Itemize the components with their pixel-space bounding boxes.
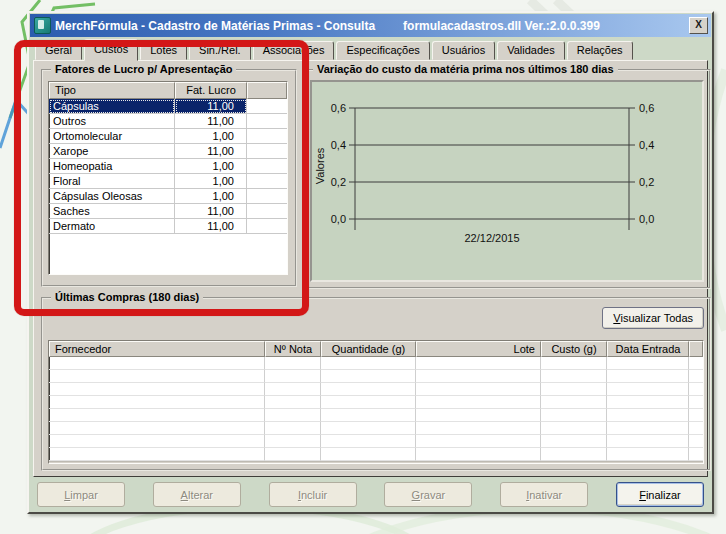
table-row[interactable]: Dermato 11,00 [49, 219, 287, 234]
cell-empty [689, 396, 703, 409]
cell-empty [607, 383, 689, 396]
cell-stub [247, 174, 287, 189]
column-header-stub [689, 341, 703, 357]
cell-empty [265, 435, 321, 448]
title-bar[interactable]: MerchFórmula - Cadastro de Matérias Prim… [30, 14, 711, 37]
ytick-label: 0,4 [639, 139, 654, 151]
purchases-grid-header: Fornecedor Nº Nota Quantidade (g) Lote C… [49, 341, 703, 357]
column-header-quantidade: Quantidade (g) [321, 341, 416, 357]
cell-fator: 11,00 [175, 114, 247, 129]
tab-lotes[interactable]: Lotes [140, 41, 187, 60]
cell-stub [247, 114, 287, 129]
table-row[interactable]: Saches 11,00 [49, 204, 287, 219]
tab-strip: Geral Custos Lotes Sin./Rel. Associações… [35, 41, 706, 60]
cell-empty [541, 435, 607, 448]
tab-relacoes[interactable]: Relações [567, 41, 633, 60]
table-row[interactable]: Floral 1,00 [49, 174, 287, 189]
ytick-label: 0,4 [331, 139, 346, 151]
cell-empty [49, 409, 265, 422]
table-row[interactable] [49, 409, 703, 422]
cell-tipo: Homeopatia [49, 159, 175, 174]
table-row[interactable]: Ortomolecular 1,00 [49, 129, 287, 144]
cell-tipo: Floral [49, 174, 175, 189]
tab-page-custos: Fatores de Lucro p/ Apresentação Tipo Fa… [33, 60, 708, 477]
cell-empty [49, 448, 265, 461]
cell-stub [247, 99, 287, 114]
cell-stub [247, 144, 287, 159]
cell-tipo: Saches [49, 204, 175, 219]
limpar-button: Limpar [37, 482, 125, 507]
cell-empty [416, 396, 541, 409]
incluir-button: Incluir [269, 482, 357, 507]
cell-tipo: Dermato [49, 219, 175, 234]
cell-empty [607, 396, 689, 409]
cell-empty [321, 435, 416, 448]
cell-empty [416, 357, 541, 370]
cell-empty [321, 370, 416, 383]
cell-empty [265, 409, 321, 422]
groupbox-compras-title: Últimas Compras (180 dias) [51, 291, 203, 303]
cell-empty [607, 448, 689, 461]
table-row[interactable]: Cápsulas 11,00 [49, 99, 287, 114]
finalizar-button[interactable]: Finalizar [616, 482, 704, 507]
table-row[interactable]: Homeopatia 1,00 [49, 159, 287, 174]
cell-empty [689, 370, 703, 383]
cell-empty [416, 383, 541, 396]
cell-empty [49, 357, 265, 370]
cell-stub [247, 129, 287, 144]
table-row[interactable]: Outros 11,00 [49, 114, 287, 129]
alterar-button: Alterar [153, 482, 241, 507]
cell-empty [265, 357, 321, 370]
tab-usuarios[interactable]: Usuários [432, 41, 495, 60]
action-bar: Limpar Alterar Incluir Gravar Inativar F… [30, 478, 711, 511]
tab-especificacoes[interactable]: Especificações [336, 41, 429, 60]
cell-stub [247, 159, 287, 174]
cell-empty [607, 409, 689, 422]
tab-custos[interactable]: Custos [84, 39, 138, 61]
table-row[interactable] [49, 357, 703, 370]
purchases-grid: Fornecedor Nº Nota Quantidade (g) Lote C… [48, 340, 704, 464]
visualizar-todas-button[interactable]: Visualizar Todas [602, 307, 704, 329]
table-row[interactable]: Cápsulas Oleosas 1,00 [49, 189, 287, 204]
purchases-grid-body [49, 357, 703, 461]
inativar-button: Inativar [500, 482, 588, 507]
cell-empty [607, 435, 689, 448]
cell-tipo: Outros [49, 114, 175, 129]
tab-validades[interactable]: Validades [497, 41, 565, 60]
table-row[interactable] [49, 448, 703, 461]
x-axis-label: 22/12/2015 [464, 232, 519, 244]
cell-empty [607, 370, 689, 383]
cell-empty [265, 448, 321, 461]
cell-empty [416, 448, 541, 461]
ytick-label: 0,2 [639, 176, 654, 188]
close-icon[interactable]: X [689, 17, 708, 34]
cell-empty [541, 357, 607, 370]
table-row[interactable] [49, 396, 703, 409]
cell-empty [416, 409, 541, 422]
tab-geral[interactable]: Geral [35, 41, 82, 60]
cell-empty [321, 383, 416, 396]
groupbox-ultimas-compras: Últimas Compras (180 dias) Visualizar To… [41, 297, 711, 471]
cell-tipo: Cápsulas [49, 99, 175, 114]
table-row[interactable] [49, 383, 703, 396]
app-icon [34, 17, 51, 34]
table-row[interactable] [49, 370, 703, 383]
cell-fator: 11,00 [175, 144, 247, 159]
ytick-label: 0,0 [639, 213, 654, 225]
table-row[interactable] [49, 422, 703, 435]
tab-sin-rel[interactable]: Sin./Rel. [189, 41, 251, 60]
table-row[interactable]: Xarope 11,00 [49, 144, 287, 159]
cell-empty [607, 422, 689, 435]
column-header-lote: Lote [416, 341, 541, 357]
ytick-label: 0,2 [331, 176, 346, 188]
table-row[interactable] [49, 435, 703, 448]
ytick-label: 0,6 [331, 102, 346, 114]
column-header-stub [247, 82, 287, 99]
cell-stub [247, 219, 287, 234]
cell-empty [541, 383, 607, 396]
cell-empty [265, 370, 321, 383]
column-header-nota: Nº Nota [265, 341, 321, 357]
cell-empty [541, 370, 607, 383]
cell-fator: 1,00 [175, 129, 247, 144]
tab-associacoes[interactable]: Associações [253, 41, 335, 60]
